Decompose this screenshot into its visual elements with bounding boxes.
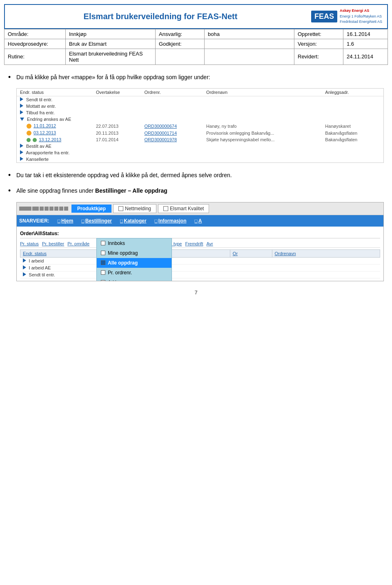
triangle-right-icon xyxy=(23,272,26,276)
checkbox-icon-2 xyxy=(163,206,168,211)
col-overtakelse: Overtakelse xyxy=(93,89,141,96)
status-cell-2: 03.12.2013 xyxy=(17,129,93,136)
revidert-value: 24.11.2014 xyxy=(343,49,388,65)
toolbar-mini-icons xyxy=(19,207,68,211)
area-value: Innkjøp xyxy=(66,29,156,39)
versjon-value: 1.6 xyxy=(343,39,388,49)
col-ordrenavn-app: Ordrenavn xyxy=(272,249,380,257)
folder-kansellerte: Kansellerte xyxy=(17,156,383,162)
triangle-right-icon xyxy=(20,150,23,154)
col-anleggsadr: Anleggsadr. xyxy=(322,89,383,96)
col-ordrenavn: Ordrenavn xyxy=(203,89,322,96)
bullet-text-1: Du må klikke på hver «mappe» for å få op… xyxy=(16,73,210,82)
rutine-label2 xyxy=(156,49,205,65)
dropdown-innboks[interactable]: Innboks xyxy=(97,238,172,248)
status-cell: 11.01.2012 xyxy=(17,122,93,129)
mini-icon-4 xyxy=(45,207,49,211)
main-content: • Du må klikke på hver «mappe» for å få … xyxy=(4,73,388,281)
triangle-right-icon xyxy=(20,104,23,108)
col-or: Or xyxy=(230,249,272,257)
navbar-item-hjem[interactable]: □Hjem xyxy=(53,216,78,225)
col-endr-status: Endr. status xyxy=(17,89,93,96)
folder-sendt: Sendt til entr. xyxy=(17,96,383,103)
dropdown-checkbox xyxy=(101,251,105,255)
app-folder-i-arbeid: I arbeid xyxy=(20,257,380,264)
bullet-text-3: Alle sine oppdrag finnes under Bestillin… xyxy=(16,187,167,195)
status-cell-3: 13.12.2013 xyxy=(17,136,93,143)
navbar-label: SNARVEIER: xyxy=(19,218,49,224)
app-table: Endr. status Oppstart Or Ordrenavn I arb… xyxy=(20,249,380,278)
mini-icon-2 xyxy=(32,207,39,211)
filter-row: Pr. status Pr. bestiller Pr. område Pr. … xyxy=(20,240,380,248)
rutine-label: Rutine: xyxy=(4,49,66,65)
status-circle-orange xyxy=(27,124,31,129)
app-folder-i-arbeid-ae: I arbeid AE xyxy=(20,264,380,271)
ansvarlig-value: boha xyxy=(205,29,294,39)
bullet-dot-1: • xyxy=(8,73,16,82)
ansvarlig-label: Ansvarlig: xyxy=(156,29,205,39)
dropdown-checkbox-checked xyxy=(101,260,105,265)
folder-avrapporterte: Avrapporterte fra entr. xyxy=(17,149,383,156)
bullet-item-2: • Du tar tak i ett eksisterende oppdrag … xyxy=(8,171,384,180)
tab-nettmelding[interactable]: Nettmelding xyxy=(113,204,156,213)
navbar-item-bestillinger[interactable]: □Bestillinger xyxy=(77,216,116,225)
dropdown-arkiv[interactable]: Arkiv xyxy=(97,278,172,281)
status-circle-green xyxy=(27,138,31,142)
app-screenshot: Produktkjøp Nettmelding Elsmart Kvalitet… xyxy=(16,202,384,281)
info-row-3: Rutine: Elsmart brukerveiledning FEAS Ne… xyxy=(4,49,388,65)
tab-elsmart-kvalitet[interactable]: Elsmart Kvalitet xyxy=(158,204,209,213)
company-logo: FEAS Askøy Energi AS Energi 1 Follo/Røyk… xyxy=(311,8,382,25)
mini-icon-6 xyxy=(54,207,58,211)
col-ordrenr: Ordrenr. xyxy=(141,89,203,96)
triangle-right-icon xyxy=(23,265,26,269)
company-lines: Askøy Energi AS Energi 1 Follo/Røyken AS… xyxy=(340,8,382,25)
tab-produktkjop[interactable]: Produktkjøp xyxy=(71,205,111,213)
dropdown-checkbox xyxy=(101,280,105,281)
filter-avr[interactable]: Avr xyxy=(206,241,213,246)
opprettet-label: Opprettet: xyxy=(294,29,343,39)
filter-pr-status[interactable]: Pr. status xyxy=(20,241,39,246)
versjon-label: Versjon: xyxy=(294,39,343,49)
status-circle-green-2 xyxy=(33,138,37,142)
hovedprosedyre-label: Hovedprosedyre: xyxy=(4,39,66,49)
info-row-1: Område: Innkjøp Ansvarlig: boha Opprette… xyxy=(4,29,388,39)
order-row-3: 13.12.2013 17.01.2014 ORD300001978 Skjøt… xyxy=(17,136,383,143)
folder-mottatt: Mottatt av entr. xyxy=(17,103,383,109)
dropdown-mine-oppdrag[interactable]: Mine oppdrag xyxy=(97,248,172,258)
navbar-item-kataloger[interactable]: □Kataloger xyxy=(116,216,151,225)
opprettet-value: 16.1.2014 xyxy=(343,29,388,39)
page-header: Elsmart brukerveiledning for FEAS-Nett F… xyxy=(4,4,388,29)
order-screenshot: Endr. status Overtakelse Ordrenr. Ordren… xyxy=(16,88,384,163)
app-toolbar: Produktkjøp Nettmelding Elsmart Kvalitet xyxy=(17,202,383,215)
navbar-item-informasjon[interactable]: □Informasjon xyxy=(151,216,191,225)
filter-fremdrift[interactable]: Fremdrift xyxy=(185,241,203,246)
bullet-dot-3: • xyxy=(8,187,16,196)
navbar-item-other[interactable]: □A xyxy=(191,216,206,225)
dropdown-menu: Innboks Mine oppdrag Alle oppdrag Pr. or… xyxy=(96,238,172,281)
triangle-right-icon xyxy=(20,110,23,114)
app-main: Order\All\Status: Pr. status Pr. bestill… xyxy=(17,227,383,281)
triangle-right-icon xyxy=(20,157,23,161)
status-circle-orange-2 xyxy=(27,131,31,136)
dropdown-alle-oppdrag[interactable]: Alle oppdrag xyxy=(97,258,172,268)
checkbox-icon xyxy=(118,206,123,211)
breadcrumb: Order\All\Status: xyxy=(20,229,380,238)
filter-pr-bestiller[interactable]: Pr. bestiller xyxy=(42,241,64,246)
order-row-2: 03.12.2013 20.11.2013 ORD300001714 Provi… xyxy=(17,129,383,136)
godkjent-label: Godkjent: xyxy=(156,39,205,49)
area-label: Område: xyxy=(4,29,66,39)
revidert-label: Revidert: xyxy=(294,49,343,65)
dropdown-pr-ordrenr[interactable]: Pr. ordrenr. xyxy=(97,268,172,278)
triangle-down-icon xyxy=(20,118,24,121)
filter-pr-omrade[interactable]: Pr. område xyxy=(67,241,89,246)
mini-icon-8 xyxy=(64,207,68,211)
folder-tilbud: Tilbud fra entr. xyxy=(17,109,383,116)
triangle-right-icon xyxy=(23,258,26,262)
app-navbar: SNARVEIER: □Hjem □Bestillinger □Kataloge… xyxy=(17,215,383,227)
hovedprosedyre-value: Bruk av Elsmart xyxy=(66,39,156,49)
app-folder-sendt: Sendt til entr. xyxy=(20,271,380,278)
order-table-header-row: Endr. status Overtakelse Ordrenr. Ordren… xyxy=(17,89,383,96)
godkjent-value xyxy=(205,39,294,49)
bullet-item-1: • Du må klikke på hver «mappe» for å få … xyxy=(8,73,384,82)
page-number: 7 xyxy=(0,289,392,304)
